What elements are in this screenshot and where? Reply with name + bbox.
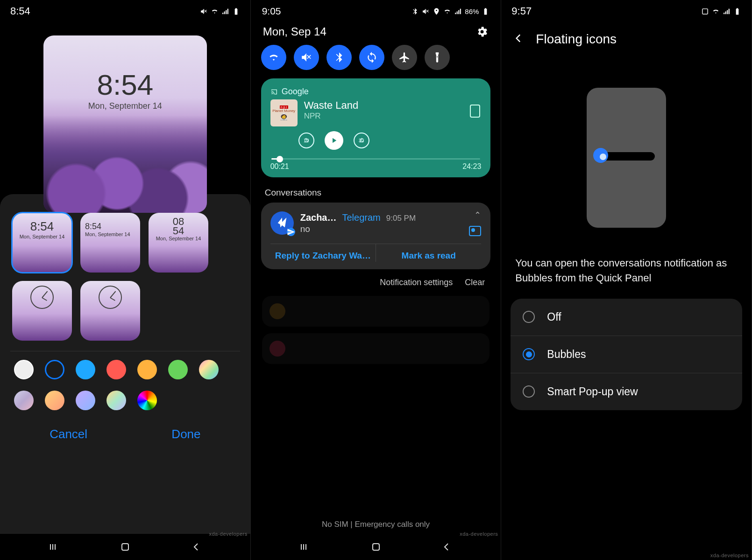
status-icons xyxy=(200,7,240,15)
airplane-icon xyxy=(398,51,411,63)
duration: 24:23 xyxy=(462,162,481,171)
option-bubbles[interactable]: Bubbles xyxy=(511,336,742,373)
media-card[interactable]: Google n p r Planet Money 🧑‍🚀 Waste Land… xyxy=(261,78,491,177)
status-time: 8:54 xyxy=(10,5,30,17)
wifi-icon xyxy=(268,51,280,63)
color-swatch-9[interactable] xyxy=(76,391,95,410)
status-time: 9:57 xyxy=(511,5,532,17)
nav-bar xyxy=(0,534,250,560)
signal-icon xyxy=(221,7,229,15)
rotate-icon xyxy=(366,51,378,63)
cancel-button[interactable]: Cancel xyxy=(50,427,87,441)
preview-date: Mon, September 14 xyxy=(43,101,207,111)
clock-thumb-1[interactable]: 8:54 Mon, September 14 xyxy=(12,213,72,273)
watermark: xda-developers xyxy=(710,553,749,558)
recents-icon[interactable] xyxy=(299,541,311,553)
mute-icon xyxy=(422,7,430,15)
gear-icon[interactable] xyxy=(475,25,489,38)
mute-icon xyxy=(200,7,208,15)
bluetooth-icon xyxy=(411,7,419,15)
wifi-icon xyxy=(712,7,720,15)
home-icon[interactable] xyxy=(120,541,131,553)
option-off[interactable]: Off xyxy=(511,299,742,336)
phone-clockstyle: 8:54 8:54 Mon, September 14 8:54 Mon, Se… xyxy=(0,0,251,560)
color-swatch-4[interactable] xyxy=(137,360,157,379)
battery-icon xyxy=(482,7,490,15)
conversation-card[interactable]: Zacha… Telegram 9:05 PM no ⌃ Reply to Za… xyxy=(261,203,491,269)
done-button[interactable]: Done xyxy=(171,427,200,441)
bluetooth-icon xyxy=(333,51,345,63)
media-source: Google xyxy=(270,87,482,97)
tile-airplane[interactable] xyxy=(392,45,417,70)
play-button[interactable] xyxy=(325,131,343,150)
app-badge-icon xyxy=(287,228,295,236)
watermark: xda-developers xyxy=(209,531,247,537)
battery-pct: 86% xyxy=(465,7,479,15)
back-icon[interactable] xyxy=(191,541,202,553)
cast-icon xyxy=(270,88,278,96)
color-swatch-1[interactable] xyxy=(45,360,64,379)
hint-text: You can open the conversations notificat… xyxy=(501,256,752,299)
notification-settings-link[interactable]: Notification settings xyxy=(380,278,453,287)
color-swatch-7[interactable] xyxy=(14,391,34,410)
tile-mute[interactable] xyxy=(294,45,319,70)
signal-icon xyxy=(454,7,462,15)
color-swatch-2[interactable] xyxy=(76,360,95,379)
color-swatch-10[interactable] xyxy=(106,391,126,410)
avatar xyxy=(270,211,294,235)
panel-date: Mon, Sep 14 xyxy=(263,25,326,38)
back-icon[interactable] xyxy=(441,541,452,553)
color-swatch-8[interactable] xyxy=(45,391,64,410)
svg-rect-0 xyxy=(122,544,128,550)
tile-rotate[interactable] xyxy=(359,45,384,70)
watermark: xda-developers xyxy=(460,531,498,537)
reply-button[interactable]: Reply to Zachary Wa… xyxy=(270,244,376,262)
page-header: Floating icons xyxy=(501,22,752,56)
media-artist: NPR xyxy=(304,112,359,121)
back-button[interactable] xyxy=(512,32,525,46)
forward-button[interactable]: 30 xyxy=(354,133,369,148)
color-swatch-0[interactable] xyxy=(14,360,34,379)
option-label: Smart Pop-up view xyxy=(547,385,638,398)
radio-icon xyxy=(523,311,535,323)
phone-floating-icons: 9:57 Floating icons You can open the con… xyxy=(501,0,752,560)
illustration xyxy=(501,56,752,256)
radio-icon xyxy=(523,385,535,398)
collapse-icon[interactable]: ⌃ xyxy=(474,210,481,220)
nfc-icon xyxy=(701,7,709,15)
analog-clock-icon xyxy=(30,286,54,309)
status-bar: 9:05 86% xyxy=(251,0,501,22)
tile-bluetooth[interactable] xyxy=(326,45,352,70)
color-swatch-3[interactable] xyxy=(106,360,126,379)
signal-icon xyxy=(723,7,731,15)
home-icon[interactable] xyxy=(370,541,382,553)
svg-rect-2 xyxy=(702,8,708,14)
option-smart-pop-up-view[interactable]: Smart Pop-up view xyxy=(511,373,742,410)
preview-time: 8:54 xyxy=(43,68,207,101)
color-swatch-5[interactable] xyxy=(168,360,188,379)
phone-notification-panel: 9:05 86% Mon, Sep 14 Google n p r Planet… xyxy=(251,0,502,560)
seek-bar[interactable] xyxy=(271,158,481,160)
nav-bar xyxy=(251,534,501,560)
msg-preview: no xyxy=(300,224,463,234)
clock-thumb-4[interactable] xyxy=(12,281,72,341)
tile-wifi[interactable] xyxy=(261,45,286,70)
clock-thumb-5[interactable] xyxy=(80,281,140,341)
clock-thumb-2[interactable]: 8:54 Mon, September 14 xyxy=(80,213,140,273)
mark-read-button[interactable]: Mark as read xyxy=(376,244,481,262)
clock-thumb-3[interactable]: 0854 Mon, September 14 xyxy=(149,213,208,273)
conversations-label: Conversations xyxy=(251,177,501,203)
output-device-icon[interactable] xyxy=(470,105,480,118)
media-art: n p r Planet Money 🧑‍🚀 xyxy=(270,99,298,126)
status-bar: 8:54 xyxy=(0,0,250,22)
radio-icon xyxy=(523,348,535,360)
tile-flashlight[interactable] xyxy=(425,45,450,70)
color-swatch-11[interactable] xyxy=(137,391,157,410)
bubble-icon[interactable] xyxy=(469,226,481,236)
color-swatch-6[interactable] xyxy=(199,360,219,379)
app-name: Telegram xyxy=(342,212,380,223)
analog-clock-icon xyxy=(99,286,122,309)
recents-icon[interactable] xyxy=(49,541,60,553)
clear-button[interactable]: Clear xyxy=(465,278,485,287)
rewind-button[interactable]: 10 xyxy=(298,133,314,148)
